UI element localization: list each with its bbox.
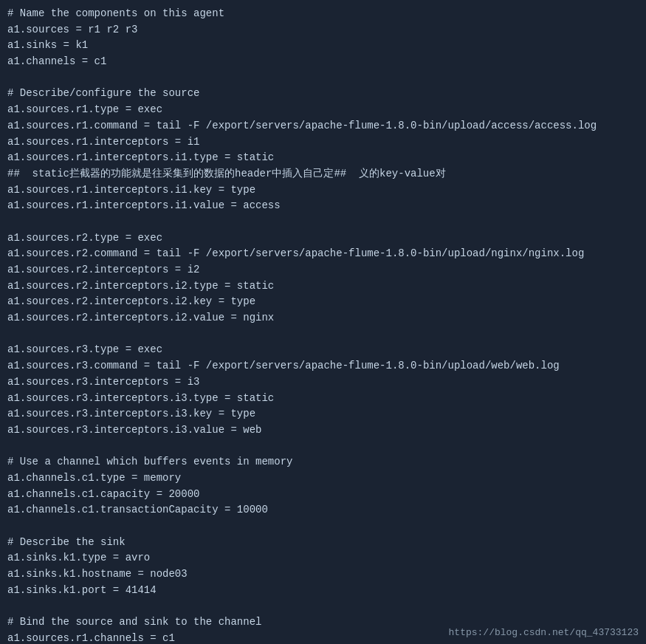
code-line: a1.sources.r2.command = tail -F /export/… — [7, 246, 639, 262]
code-line: a1.sources.r2.interceptors = i2 — [7, 262, 639, 278]
code-line: a1.sources.r1.interceptors.i1.value = ac… — [7, 198, 639, 214]
code-line: a1.sinks.k1.port = 41414 — [7, 583, 639, 599]
code-line: # Use a channel which buffers events in … — [7, 454, 639, 470]
code-line: ## static拦截器的功能就是往采集到的数据的header中插入自己定## … — [7, 166, 639, 182]
code-block: # Name the components on this agenta1.so… — [0, 0, 646, 644]
code-line: # Name the components on this agent — [7, 6, 639, 22]
code-line: a1.channels.c1.type = memory — [7, 470, 639, 487]
code-line: a1.channels = c1 — [7, 54, 639, 70]
code-line: a1.sources.r1.type = exec — [7, 102, 639, 118]
code-line: a1.sources.r1.interceptors.i1.key = type — [7, 182, 639, 199]
code-line: a1.sources.r3.interceptors = i3 — [7, 374, 639, 391]
code-line: # Describe the sink — [7, 535, 639, 551]
code-line: a1.sources.r1.interceptors.i1.type = sta… — [7, 150, 639, 166]
code-line: a1.sources.r1.command = tail -F /export/… — [7, 118, 639, 134]
code-line: a1.sources.r2.interceptors.i2.key = type — [7, 294, 639, 310]
code-line: a1.channels.c1.transactionCapacity = 100… — [7, 502, 639, 518]
code-line: a1.sources.r3.interceptors.i3.key = type — [7, 406, 639, 422]
code-line: a1.sources = r1 r2 r3 — [7, 22, 639, 38]
code-line: a1.channels.c1.capacity = 20000 — [7, 487, 639, 503]
code-line: a1.sources.r2.interceptors.i2.type = sta… — [7, 278, 639, 295]
code-line: a1.sources.r1.interceptors = i1 — [7, 134, 639, 151]
code-line: a1.sources.r3.interceptors.i3.value = we… — [7, 422, 639, 439]
watermark: https://blog.csdn.net/qq_43733123 — [449, 627, 639, 638]
code-line: a1.sources.r3.command = tail -F /export/… — [7, 358, 639, 374]
code-line: a1.sinks.k1.type = avro — [7, 550, 639, 566]
code-line: a1.sources.r2.type = exec — [7, 230, 639, 247]
code-line: a1.sources.r3.type = exec — [7, 342, 639, 358]
code-line: a1.sinks = k1 — [7, 38, 639, 54]
code-line: a1.sources.r2.interceptors.i2.value = ng… — [7, 310, 639, 326]
code-line: # Describe/configure the source — [7, 86, 639, 102]
code-line: a1.sinks.k1.hostname = node03 — [7, 566, 639, 583]
code-line: a1.sources.r3.interceptors.i3.type = sta… — [7, 391, 639, 407]
